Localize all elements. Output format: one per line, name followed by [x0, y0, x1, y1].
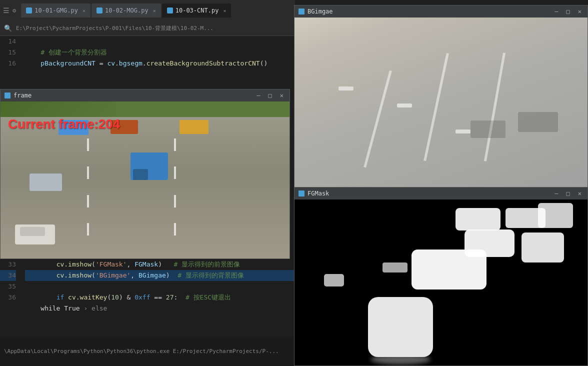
bgimgae-window: BGimgae — □ ✕ [294, 5, 588, 190]
truck-yellow-top [180, 120, 208, 134]
lane-mark-2 [87, 166, 89, 179]
code-line-36: if cv.waitKey(10) & 0xff == 27: # 按ESC键退… [25, 292, 295, 303]
fgmask-minimize-btn[interactable]: — [552, 190, 560, 197]
status-bar: \AppData\Local\Programs\Python\Python36\… [0, 336, 295, 366]
car-silver [30, 174, 62, 191]
mask-blob-sm-2 [382, 262, 408, 272]
gray-mark-2 [456, 130, 470, 134]
frame-maximize-btn[interactable]: □ [266, 92, 274, 99]
car-white [15, 224, 55, 244]
fgmask-maximize-btn[interactable]: □ [564, 190, 572, 197]
bgimgae-titlebar: BGimgae — □ ✕ [294, 6, 588, 18]
bgimgae-win-controls: — □ ✕ [552, 8, 584, 15]
bgimgae-win-icon [298, 8, 304, 14]
mask-blob-5 [522, 232, 564, 262]
gray-mark-3 [338, 86, 354, 90]
tab-gmg[interactable]: 10-01-GMG.py ✕ [21, 4, 90, 18]
frame-close-btn[interactable]: ✕ [278, 92, 286, 99]
fgmask-titlebar: FGMask — □ ✕ [294, 188, 588, 200]
mask-blob-3 [538, 203, 573, 228]
grayscale-road [294, 18, 588, 190]
tab-mog[interactable]: 10-02-MOG.py ✕ [92, 4, 161, 18]
lane-mark-4 [87, 223, 89, 236]
tab-close-gmg[interactable]: ✕ [82, 8, 86, 14]
fgmask-content [294, 200, 588, 366]
lane-mark-3 [87, 195, 89, 208]
frame-titlebar: frame — □ ✕ [0, 90, 290, 102]
code-line-16: pBackgroundCNT = cv.bgsegm.createBackgro… [25, 58, 295, 69]
code-line-while: while True › else [25, 303, 295, 314]
code-content-top: # 创建一个背景分割器 pBackgroundCNT = cv.bgsegm.c… [20, 36, 295, 91]
code-editor-top: 14 15 16 # 创建一个背景分割器 pBackgroundCNT = cv… [0, 36, 295, 91]
mask-blob-main [412, 250, 486, 290]
bgimgae-maximize-btn[interactable]: □ [564, 8, 572, 15]
truck-blue-main [130, 152, 168, 180]
car-white-top [20, 227, 45, 236]
lane-mark-6 [174, 166, 176, 179]
gray-lane-2 [424, 53, 449, 161]
frame-image-area: Current frame:204 [0, 102, 290, 258]
mask-blob-1 [456, 208, 500, 230]
road-surface [0, 117, 290, 258]
py-icon [26, 8, 32, 14]
line-numbers-top: 14 15 16 [0, 36, 20, 91]
road-scene: Current frame:204 [0, 102, 290, 258]
python-path: \AppData\Local\Programs\Python\Python36\… [4, 348, 279, 354]
bgimgae-minimize-btn[interactable]: — [552, 8, 560, 15]
code-line-34: cv.imshow('BGimgae', BGimgae) # 显示得到的背景图… [25, 270, 295, 281]
code-line-15: # 创建一个背景分割器 [25, 47, 295, 58]
breadcrumb-path: E:\Project\PycharmProjects\P-001\Files\1… [16, 24, 291, 32]
gray-car-1 [518, 112, 558, 132]
gray-lane-1 [364, 70, 392, 168]
gray-mark-1 [397, 104, 412, 108]
mask-blob-bottom [368, 297, 433, 357]
tab-close-cnt[interactable]: ✕ [223, 8, 226, 14]
bgimgae-content [294, 18, 588, 190]
tab-close-mog[interactable]: ✕ [153, 8, 156, 14]
fgmask-title: FGMask [308, 190, 329, 197]
menu-icon[interactable]: ☰ [3, 6, 10, 14]
frame-window: frame — □ ✕ [0, 89, 290, 259]
lane-mark-1 [87, 138, 89, 151]
ide-panel: ☰ ⚙ 10-01-GMG.py ✕ 10-02-MOG.py ✕ 10-03-… [0, 0, 295, 366]
frame-win-controls: — □ ✕ [254, 92, 286, 99]
mask-shadow [370, 354, 430, 364]
code-line-35 [25, 281, 295, 292]
fgmask-win-icon [298, 190, 304, 196]
line-numbers-bottom: 33 34 35 36 [0, 259, 20, 336]
lane-mark-8 [174, 223, 176, 236]
py-icon-3 [167, 8, 173, 14]
py-icon-2 [96, 8, 102, 14]
lane-mark-5 [174, 138, 176, 151]
bgimgae-title: BGimgae [308, 8, 333, 15]
code-line-14 [25, 36, 295, 47]
bgimgae-close-btn[interactable]: ✕ [576, 8, 584, 15]
frame-overlay-text: Current frame:204 [8, 116, 120, 132]
mask-scene [294, 200, 588, 366]
tab-bar: ☰ ⚙ 10-01-GMG.py ✕ 10-02-MOG.py ✕ 10-03-… [0, 0, 295, 21]
fgmask-win-controls: — □ ✕ [552, 190, 584, 197]
fgmask-window: FGMask — □ ✕ [294, 187, 588, 366]
gray-lane-3 [484, 52, 506, 162]
tab-cnt[interactable]: 10-03-CNT.py ✕ [162, 4, 232, 18]
frame-title: frame [14, 92, 32, 99]
frame-win-icon [4, 92, 10, 98]
mask-blob-sm-1 [324, 274, 344, 286]
fgmask-close-btn[interactable]: ✕ [576, 190, 584, 197]
toolbar: 🔍 E:\Project\PycharmProjects\P-001\Files… [0, 21, 295, 36]
code-content-bottom: cv.imshow('FGMask', FGMask) # 显示得到的前景图像 … [20, 259, 295, 336]
gray-car-2 [470, 120, 506, 138]
frame-minimize-btn[interactable]: — [254, 92, 262, 99]
code-line-33: cv.imshow('FGMask', FGMask) # 显示得到的前景图像 [25, 259, 295, 270]
truck-cab [133, 169, 148, 180]
settings-icon[interactable]: ⚙ [12, 7, 16, 14]
code-editor-bottom: 33 34 35 36 cv.imshow('FGMask', FGMask) … [0, 259, 295, 336]
search-icon[interactable]: 🔍 [4, 24, 12, 32]
lane-mark-7 [174, 195, 176, 208]
